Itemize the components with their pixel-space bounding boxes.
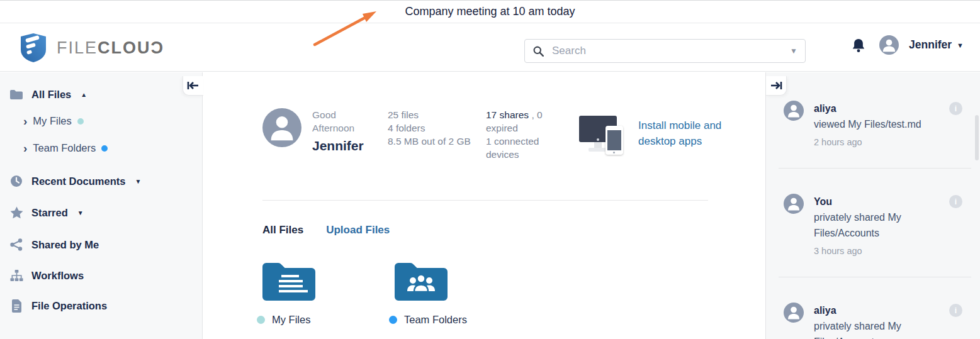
tab-all-files[interactable]: All Files	[262, 224, 303, 236]
activity-user: aliya	[814, 101, 921, 116]
folder-label-row: My Files	[257, 314, 315, 326]
files-tabs: All Files Upload Files	[262, 224, 765, 236]
sidebar-collapse-button[interactable]	[183, 76, 203, 96]
status-dot-teal	[77, 118, 84, 125]
activity-panel-collapse-button[interactable]	[766, 76, 787, 96]
notifications-bell-icon[interactable]	[852, 38, 865, 53]
sidebar-item-label: File Operations	[31, 300, 107, 312]
search-bar[interactable]: ▼	[524, 39, 806, 63]
sidebar-item-team-folders[interactable]: › Team Folders	[0, 142, 202, 154]
collapse-right-icon	[770, 81, 782, 90]
main-panel: Good Afternoon Jennifer 25 files 4 folde…	[203, 72, 765, 339]
collapse-caret-icon: ▲	[81, 91, 87, 98]
share-icon	[9, 238, 23, 251]
activity-action: privately shared My Files/Accounts	[814, 318, 951, 339]
sidebar-item-label: Workflows	[31, 270, 84, 282]
person-icon	[879, 35, 899, 55]
app-header: FILECLOUƆ ▼ Jennifer ▼	[0, 24, 980, 72]
activity-divider	[779, 168, 971, 169]
greeting-username: Jennifer	[312, 139, 381, 152]
collapse-left-icon	[187, 81, 200, 90]
shares-line: 17 shares , 0 expired	[486, 108, 560, 135]
person-icon	[784, 303, 804, 323]
folder-grid: My Files Team Folders	[262, 262, 765, 326]
activity-avatar	[784, 101, 804, 121]
filecloud-shield-icon	[20, 33, 47, 63]
scrollbar-thumb[interactable]	[975, 115, 979, 160]
chevron-right-icon: ›	[23, 117, 27, 126]
person-icon	[784, 194, 804, 214]
devices-illustration-icon	[579, 116, 624, 156]
activity-panel: aliya viewed My Files/test.md 2 hours ag…	[765, 72, 980, 339]
activity-text: aliya privately shared My Files/Accounts	[814, 303, 951, 339]
sidebar-item-label: Starred	[31, 207, 68, 219]
shares-count[interactable]: 17 shares	[486, 109, 529, 120]
folder-tile-my-files[interactable]: My Files	[262, 262, 315, 326]
sidebar-item-label: My Files	[33, 115, 71, 127]
dashboard-summary: Good Afternoon Jennifer 25 files 4 folde…	[262, 108, 765, 161]
team-folders-folder-icon	[395, 262, 448, 301]
info-icon[interactable]: i	[949, 195, 962, 208]
clock-icon	[9, 175, 23, 187]
profile-avatar	[262, 108, 301, 147]
status-dot-blue	[101, 145, 108, 152]
files-count: 25 files	[388, 108, 482, 121]
announcement-banner: Company meeting at 10 am today	[0, 0, 980, 23]
search-input[interactable]	[552, 45, 790, 57]
install-apps-link[interactable]: Install mobile and desktop apps	[638, 118, 739, 161]
greeting-line2: Afternoon	[312, 121, 381, 135]
storage-usage: 8.5 MB out of 2 GB	[388, 135, 482, 148]
activity-avatar	[784, 303, 804, 323]
activity-item[interactable]: aliya privately shared My Files/Accounts…	[766, 303, 980, 339]
activity-avatar	[784, 194, 804, 214]
content-area: All Files ▲ › My Files › Team Folders Re…	[0, 72, 980, 339]
user-menu-name[interactable]: Jennifer	[909, 38, 952, 52]
status-dot-blue	[389, 316, 397, 324]
activity-action: privately shared My Files/Accounts	[814, 209, 951, 241]
greeting-line1: Good	[312, 108, 381, 121]
activity-item[interactable]: aliya viewed My Files/test.md 2 hours ag…	[766, 101, 980, 150]
shares-stats: 17 shares , 0 expired 1 connected device…	[486, 108, 560, 161]
search-icon	[532, 45, 544, 57]
connected-devices: 1 connected devices	[486, 135, 560, 161]
info-icon[interactable]: i	[949, 102, 962, 115]
star-icon	[9, 206, 23, 219]
activity-user: aliya	[814, 303, 951, 318]
left-sidebar: All Files ▲ › My Files › Team Folders Re…	[0, 72, 203, 339]
status-dot-teal	[257, 316, 265, 324]
activity-item[interactable]: You privately shared My Files/Accounts 3…	[766, 194, 980, 259]
folder-label-row: Team Folders	[389, 314, 467, 326]
sidebar-item-file-operations[interactable]: File Operations	[0, 299, 202, 313]
folder-icon	[9, 89, 23, 100]
sidebar-item-label: Shared by Me	[31, 239, 99, 251]
header-actions: Jennifer ▼	[852, 35, 964, 55]
filecloud-logo[interactable]: FILECLOUƆ	[20, 33, 164, 63]
sidebar-item-shared-by-me[interactable]: Shared by Me	[0, 238, 202, 251]
sidebar-item-label: All Files	[31, 89, 71, 101]
sidebar-item-recent-documents[interactable]: Recent Documents ▼	[0, 175, 202, 187]
activity-text: aliya viewed My Files/test.md 2 hours ag…	[814, 101, 921, 150]
person-icon	[784, 101, 804, 121]
activity-text: You privately shared My Files/Accounts 3…	[814, 194, 951, 259]
search-scope-dropdown-icon[interactable]: ▼	[790, 47, 797, 55]
info-icon[interactable]: i	[949, 304, 962, 317]
section-divider	[262, 200, 708, 201]
user-avatar[interactable]	[879, 35, 899, 55]
activity-user: You	[814, 194, 951, 209]
tab-upload-files[interactable]: Upload Files	[326, 224, 390, 236]
storage-stats: 25 files 4 folders 8.5 MB out of 2 GB	[388, 108, 482, 161]
sidebar-item-workflows[interactable]: Workflows	[0, 269, 202, 282]
phone-icon	[605, 126, 623, 155]
person-icon	[262, 108, 301, 147]
sidebar-item-label: Team Folders	[33, 142, 96, 154]
announcement-text: Company meeting at 10 am today	[405, 5, 575, 18]
folders-count: 4 folders	[388, 121, 482, 135]
activity-time: 3 hours ago	[814, 243, 951, 259]
expand-caret-icon: ▼	[135, 178, 141, 185]
user-menu-caret-icon[interactable]: ▼	[957, 42, 964, 49]
folder-tile-team-folders[interactable]: Team Folders	[395, 262, 467, 326]
sidebar-item-my-files[interactable]: › My Files	[0, 115, 202, 127]
activity-action: viewed My Files/test.md	[814, 116, 921, 132]
sidebar-item-starred[interactable]: Starred ▼	[0, 206, 202, 219]
sidebar-item-all-files[interactable]: All Files ▲	[0, 89, 202, 101]
